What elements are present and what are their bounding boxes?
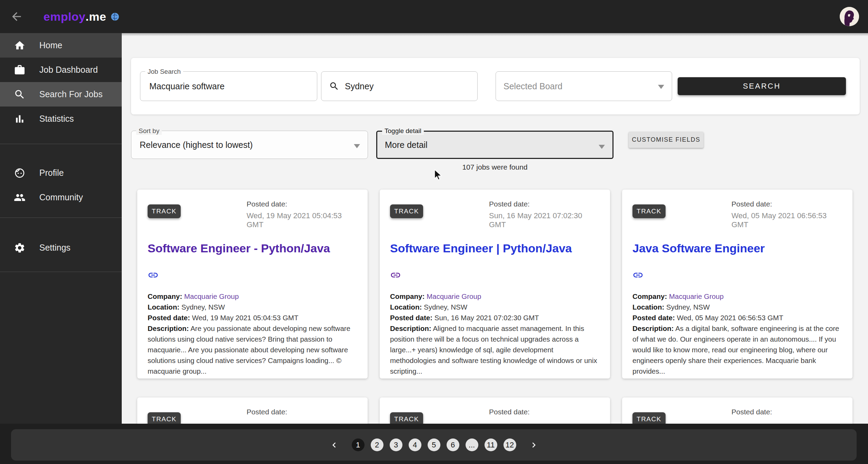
description-label: Description: [390,324,431,332]
sidebar-item-community[interactable]: Community [0,185,122,210]
board-select[interactable]: Selected Board [496,71,672,101]
sidebar-item-statistics[interactable]: Statistics [0,107,122,131]
company-label: Company: [390,292,425,300]
job-title-link[interactable]: Java Software Engineer [632,242,842,255]
job-title-link[interactable]: Software Engineer | Python/Java [390,242,600,255]
job-card: TRACK Posted date: Sun, 16 May 2021 07:0… [380,190,610,379]
location-row: Location: Sydney, NSW [632,302,842,312]
location-row: Location: Sydney, NSW [148,302,357,312]
page-button-5[interactable]: 5 [428,438,440,451]
job-card: TRACK Posted date: Wed, 05 May 2021 06:5… [622,190,852,379]
location-row: Location: Sydney, NSW [390,302,600,312]
location-label: Location: [390,303,422,311]
chevron-left-icon [329,440,339,450]
job-search-input[interactable]: Job Search Macquarie software [140,71,317,101]
description-label: Description: [148,324,189,332]
page-button-4[interactable]: 4 [409,438,421,451]
page-button-12[interactable]: 12 [503,438,516,451]
sidebar-item-profile[interactable]: Profile [0,161,122,185]
sidebar-item-label: Job Dashboard [39,65,98,75]
page-button-6[interactable]: 6 [447,438,459,451]
job-card-header: TRACK Posted date: Wed, 05 May 2021 06:5… [632,200,842,229]
posted-value: Wed, 19 May 2021 05:04:53 GMT [192,314,298,322]
sidebar-divider [0,272,122,272]
track-button[interactable]: TRACK [390,204,423,218]
search-button[interactable]: SEARCH [678,77,846,95]
company-label: Company: [148,292,182,300]
posted-date-label: Posted date: [489,200,600,208]
sidebar-item-settings[interactable]: Settings [0,235,122,260]
chevron-right-icon [529,440,539,450]
sidebar-item-label: Settings [39,243,70,253]
link-icon[interactable] [632,270,643,281]
job-search-panel: Job Search Macquarie software Sydney Sel… [131,58,860,114]
job-title-link[interactable]: Software Engineer - Python/Java [148,242,357,255]
posted-date-value: Wed, 19 May 2021 05:04:53 GMT [247,211,357,229]
home-icon [14,40,26,51]
link-icon[interactable] [390,270,401,281]
app-logo: employ.me [43,10,120,23]
face-icon [14,167,26,179]
top-app-bar: employ.me [0,0,868,33]
sidebar-spacer [0,144,122,161]
job-details: Company: Macquarie Group Location: Sydne… [632,291,842,376]
search-icon [329,81,339,91]
results-count: 107 jobs were found [376,163,613,171]
sidebar-spacer [0,210,122,218]
gear-icon [14,242,26,254]
previous-page-button[interactable] [327,438,341,452]
customise-fields-button[interactable]: CUSTOMISE FIELDS [629,132,704,148]
app-window: employ.me Home Job Dashboard [0,0,868,464]
job-results-grid: TRACK Posted date: Wed, 19 May 2021 05:0… [137,190,852,379]
filter-row: Sort by Relevance (highest to lowest) To… [131,131,868,171]
user-avatar[interactable] [840,7,859,26]
company-link[interactable]: Macquarie Group [669,292,724,300]
back-button[interactable] [6,6,27,27]
location-label: Location: [148,303,179,311]
page-button-1[interactable]: 1 [352,438,365,451]
next-page-button[interactable] [527,438,541,452]
track-button[interactable]: TRACK [148,204,181,218]
sidebar-spacer [0,260,122,272]
sidebar-item-home[interactable]: Home [0,33,122,58]
page-button-11[interactable]: 11 [485,438,497,451]
posted-label: Posted date: [148,314,190,322]
page-button-2[interactable]: 2 [371,438,383,451]
description-row: Description: Aligned to macquarie asset … [390,323,600,376]
pagination-bar: 1 2 3 4 5 6 ... 11 12 [11,429,857,461]
company-row: Company: Macquarie Group [632,291,842,302]
sidebar-item-job-dashboard[interactable]: Job Dashboard [0,58,122,82]
sidebar-item-search-for-jobs[interactable]: Search For Jobs [0,82,122,107]
sidebar-item-label: Home [39,40,62,50]
toggle-detail-label: Toggle detail [382,127,424,135]
location-value: Sydney, NSW [424,303,467,311]
posted-date-value: Wed, 05 May 2021 06:56:53 GMT [731,211,842,229]
company-link[interactable]: Macquarie Group [184,292,239,300]
sort-by-label: Sort by [136,127,162,135]
posted-date-block: Posted date: Wed, 05 May 2021 06:56:53 G… [731,200,842,229]
posted-date-block: Posted date: Sun, 16 May 2021 07:02:30 G… [489,200,600,229]
location-search-input[interactable]: Sydney [321,71,478,101]
posted-date-label: Posted date: [489,408,530,416]
job-card-header: TRACK Posted date: Sun, 16 May 2021 07:0… [390,200,600,229]
arrow-left-icon [10,10,23,23]
posted-date-label: Posted date: [247,200,357,208]
posted-row: Posted date: Sun, 16 May 2021 07:02:30 G… [390,312,600,323]
page-button-3[interactable]: 3 [390,438,402,451]
toggle-detail-select[interactable]: Toggle detail More detail [376,131,613,159]
toggle-detail-column: Toggle detail More detail 107 jobs were … [376,131,613,171]
track-button[interactable]: TRACK [632,204,666,218]
page-ellipsis: ... [466,438,478,451]
search-icon [14,89,26,100]
sidebar-spacer [0,131,122,144]
sort-by-select[interactable]: Sort by Relevance (highest to lowest) [131,131,368,159]
posted-date-label: Posted date: [731,408,772,416]
description-row: Description: As a digital bank, software… [632,323,842,376]
company-link[interactable]: Macquarie Group [427,292,481,300]
pagination-footer: 1 2 3 4 5 6 ... 11 12 [0,424,868,464]
posted-date-block: Posted date: Wed, 19 May 2021 05:04:53 G… [247,200,357,229]
posted-date-value: Sun, 16 May 2021 07:02:30 GMT [489,211,600,229]
sidebar-item-label: Community [39,192,83,202]
link-icon[interactable] [148,270,159,281]
posted-row: Posted date: Wed, 05 May 2021 06:56:53 G… [632,312,842,323]
